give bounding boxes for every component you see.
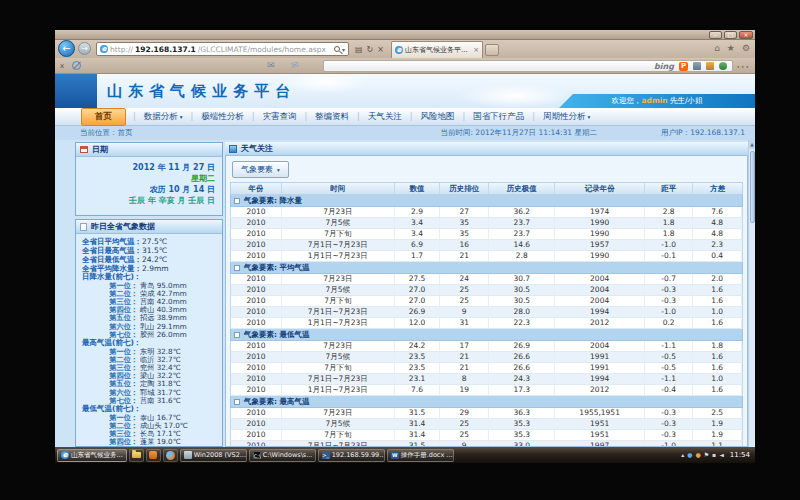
table-row: 20107月下旬31.42535.31951-0.31.9 bbox=[230, 430, 743, 441]
nav-item-3[interactable]: 灾害查询 bbox=[254, 111, 304, 123]
nav-item-6[interactable]: 风险地图 bbox=[412, 111, 462, 123]
table-cell: 7月5候 bbox=[282, 285, 394, 295]
column-header: 历史极值 bbox=[489, 183, 555, 194]
scrollbar-thumb[interactable] bbox=[750, 151, 755, 223]
user-ip-label: 用户IP：192.168.137.1 bbox=[661, 126, 745, 140]
rank-value: 胶州 26.0mm bbox=[140, 331, 187, 339]
table-cell: 17.3 bbox=[489, 385, 555, 395]
table-cell: 27.0 bbox=[395, 285, 441, 295]
nav-item-0[interactable]: 首页 bbox=[81, 108, 126, 126]
address-dropdown-icon[interactable]: ▾ bbox=[342, 46, 345, 53]
refresh-icon[interactable]: ↻ bbox=[367, 45, 374, 54]
forward-button[interactable]: → bbox=[78, 42, 91, 55]
table-cell: -0.3 bbox=[645, 430, 694, 440]
close-button[interactable]: × bbox=[739, 31, 753, 39]
rank-groups: 日降水量(前七)：第一位：青岛 95.0mm第二位：荣成 42.7mm第三位：莒… bbox=[78, 273, 218, 447]
paint-icon[interactable] bbox=[706, 62, 714, 70]
nav-item-2[interactable]: 极端性分析 bbox=[193, 111, 252, 123]
window-titlebar[interactable]: – ▢ × bbox=[55, 30, 755, 40]
minimize-button[interactable]: – bbox=[709, 31, 722, 39]
section-checkbox[interactable] bbox=[234, 399, 240, 405]
table-cell: 2010 bbox=[231, 430, 282, 440]
section-checkbox[interactable] bbox=[234, 332, 240, 338]
nav-item-1[interactable]: 数据分析▾ bbox=[136, 111, 191, 123]
table-cell: 7.6 bbox=[395, 385, 441, 395]
maximize-button[interactable]: ▢ bbox=[724, 31, 737, 39]
sogou-icon[interactable]: P bbox=[679, 62, 688, 71]
nav-item-4[interactable]: 整编资料 bbox=[307, 111, 357, 123]
taskbar-button-label: 操作手册.docx ... bbox=[401, 451, 453, 460]
table-cell: -1.0 bbox=[645, 307, 694, 317]
scroll-up-icon[interactable]: ▲ bbox=[749, 140, 755, 149]
people-icon[interactable] bbox=[719, 62, 727, 70]
section-checkbox[interactable] bbox=[234, 198, 240, 204]
element-filter-button[interactable]: 气象要素 ▾ bbox=[232, 161, 289, 178]
cmd-icon: C:\ bbox=[253, 451, 261, 459]
bing-logo[interactable]: bing bbox=[654, 62, 674, 71]
table-cell: 1990 bbox=[555, 218, 644, 228]
table-cell: 2004 bbox=[555, 296, 644, 306]
section-header-row: 气象要素: 降水量 bbox=[230, 195, 743, 207]
compatibility-view-icon[interactable] bbox=[72, 61, 81, 70]
toolbar-close-icon[interactable]: x bbox=[60, 62, 64, 70]
stat-label: 全省日最高气温： bbox=[78, 246, 142, 255]
taskbar-button-2[interactable]: >_192.168.59.99... bbox=[318, 449, 385, 462]
mail-icon[interactable]: ✉ bbox=[267, 60, 275, 70]
camera-icon[interactable] bbox=[693, 62, 701, 70]
table-cell: 1.6 bbox=[693, 363, 742, 373]
table-cell: -0.5 bbox=[645, 352, 694, 362]
taskbar-ie-button[interactable]: e 山东省气候业务... bbox=[57, 449, 127, 462]
search-icon[interactable] bbox=[334, 46, 340, 52]
filter-button-label: 气象要素 bbox=[241, 164, 273, 175]
network-globe-icon[interactable]: ● bbox=[687, 447, 692, 463]
nav-item-7[interactable]: 国省下行产品 bbox=[465, 111, 532, 123]
home-icon[interactable]: ⌂ bbox=[714, 43, 720, 53]
rank-value: 莒南 31.6℃ bbox=[140, 397, 181, 405]
taskbar-media-button[interactable] bbox=[146, 449, 161, 462]
taskbar-button-3[interactable]: W操作手册.docx ... bbox=[387, 449, 454, 462]
table-cell: 27 bbox=[440, 207, 489, 217]
taskbar-clock[interactable]: 11:54 bbox=[730, 451, 750, 459]
table-cell: 24.2 bbox=[395, 341, 441, 351]
browser-navigation-bar: ← → e http://192.168.137.1/GLCCLIMATE/mo… bbox=[55, 40, 755, 58]
tab-close-icon[interactable]: × bbox=[473, 46, 479, 54]
favorites-star-icon[interactable]: ★ bbox=[727, 43, 735, 53]
hidden-icons-arrow[interactable]: ▴ bbox=[681, 447, 684, 463]
table-cell: -0.1 bbox=[645, 251, 694, 261]
new-tab-button[interactable] bbox=[485, 44, 499, 56]
compat-page-icon[interactable]: ▤ bbox=[355, 45, 363, 54]
table-header-row: 年份时间数值历史排位历史极值记录年份距平方差 bbox=[230, 182, 743, 195]
chevron-down-icon: ▾ bbox=[180, 114, 183, 120]
address-bar[interactable]: e http://192.168.137.1/GLCCLIMATE/module… bbox=[96, 42, 349, 56]
stat-value: 24.2℃ bbox=[142, 255, 167, 264]
action-center-flag-icon[interactable]: ⚑ bbox=[704, 447, 709, 463]
nav-item-8[interactable]: 周期性分析▾ bbox=[535, 111, 598, 123]
volume-icon[interactable]: ◄ bbox=[719, 447, 724, 463]
table-row: 20107月23日27.52430.72004-0.72.0 bbox=[230, 274, 743, 285]
update-icon[interactable]: ● bbox=[695, 447, 700, 463]
tools-gear-icon[interactable]: ⚙ bbox=[742, 43, 750, 53]
nav-item-label: 数据分析 bbox=[144, 111, 178, 123]
send-mail-icon[interactable]: ✉ bbox=[290, 59, 299, 70]
section-title: 气象要素: 最高气温 bbox=[244, 397, 310, 407]
table-row: 20107月5候3.43523.719901.84.8 bbox=[230, 218, 743, 229]
welcome-username: admin bbox=[641, 96, 667, 105]
taskbar-button-label: Win2008 (VS2... bbox=[194, 451, 246, 459]
table-cell: 1月1日~7月23日 bbox=[282, 385, 394, 395]
more-options-icon[interactable]: ••• bbox=[736, 63, 750, 70]
display-icon[interactable]: ▪ bbox=[712, 447, 716, 463]
nav-item-5[interactable]: 天气关注 bbox=[360, 111, 410, 123]
taskbar-button-1[interactable]: C:\C:\Windows\s... bbox=[249, 449, 316, 462]
browser-tab[interactable]: e 山东省气候业务平... × bbox=[391, 41, 483, 58]
section-checkbox[interactable] bbox=[234, 265, 240, 271]
column-header: 方差 bbox=[693, 183, 742, 194]
back-button[interactable]: ← bbox=[58, 40, 75, 57]
taskbar-browser2-button[interactable] bbox=[163, 449, 178, 462]
page-scrollbar[interactable]: ▲ bbox=[748, 140, 755, 447]
table-cell: 24.3 bbox=[489, 374, 555, 384]
stat-line: 全省日平均气温：27.5℃ bbox=[78, 237, 218, 246]
taskbar-button-0[interactable]: Win2008 (VS2... bbox=[180, 449, 247, 462]
table-cell: 31.4 bbox=[395, 419, 441, 429]
taskbar-explorer-button[interactable] bbox=[129, 449, 144, 462]
stop-icon[interactable]: × bbox=[377, 45, 384, 54]
